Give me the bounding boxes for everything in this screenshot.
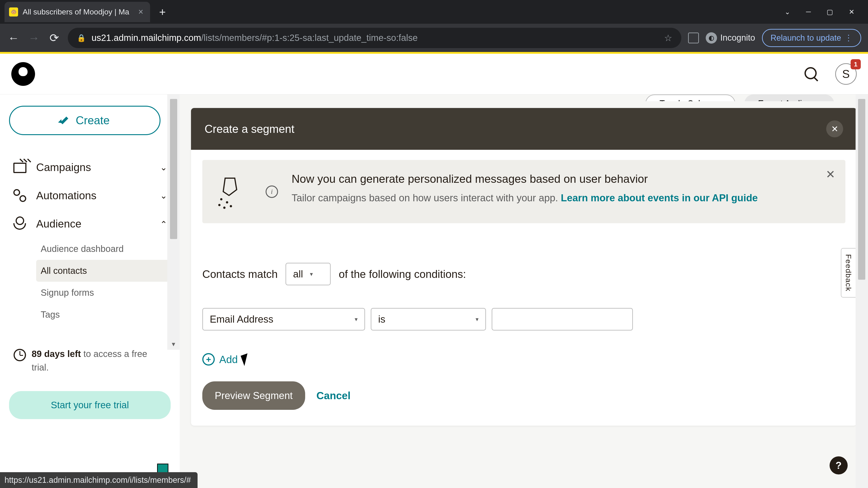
panel-header: Create a segment ✕: [191, 108, 857, 150]
new-tab-button[interactable]: +: [159, 5, 166, 19]
scrollbar-thumb[interactable]: [170, 99, 177, 239]
notification-badge: 1: [850, 59, 861, 69]
url-text: us21.admin.mailchimp.com/lists/members/#…: [92, 33, 658, 43]
nav-campaigns[interactable]: Campaigns ⌄: [7, 153, 173, 182]
main-content: Toggle Columns Export Audience Create a …: [180, 94, 868, 488]
browser-url-bar: ← → ⟳ 🔒 us21.admin.mailchimp.com/lists/m…: [0, 24, 868, 52]
app-header: S 1: [0, 54, 868, 94]
chevron-down-icon: ▾: [355, 316, 358, 323]
info-icon: i: [266, 186, 278, 198]
tab-title: All subscribers of Moodjoy | Ma: [23, 7, 129, 16]
banner-link[interactable]: Learn more about events in our API guide: [561, 192, 758, 203]
plus-circle-icon: +: [202, 353, 215, 365]
bookmark-star-icon[interactable]: ☆: [664, 33, 672, 43]
chevron-down-icon: ▾: [310, 271, 313, 278]
extensions-icon[interactable]: [688, 33, 699, 43]
forward-button: →: [27, 31, 41, 44]
search-icon[interactable]: [804, 66, 819, 82]
dropdown-tabs-icon[interactable]: ⌄: [784, 8, 790, 16]
preview-segment-button[interactable]: Preview Segment: [202, 381, 305, 410]
incognito-icon: ◐: [706, 32, 717, 43]
export-audience-button[interactable]: Export Audience: [744, 94, 834, 101]
toggle-columns-button[interactable]: Toggle Columns: [645, 94, 735, 101]
svg-point-0: [220, 198, 222, 200]
close-banner-icon[interactable]: ✕: [826, 168, 835, 181]
seed-hand-illustration: [214, 172, 252, 211]
condition-field-select[interactable]: Email Address ▾: [202, 308, 365, 330]
nav-audience[interactable]: Audience ⌄: [7, 210, 173, 238]
minimize-icon[interactable]: ─: [806, 8, 811, 16]
help-button[interactable]: ?: [830, 456, 848, 475]
panel-title: Create a segment: [205, 123, 294, 135]
svg-point-3: [230, 205, 232, 207]
condition-value-input[interactable]: [492, 308, 633, 330]
campaigns-icon: [12, 160, 27, 175]
mouse-cursor: [242, 354, 250, 364]
lock-icon[interactable]: 🔒: [77, 34, 86, 42]
cancel-button[interactable]: Cancel: [316, 390, 350, 402]
banner-title: Now you can generate personalized messag…: [291, 172, 758, 186]
clock-icon: [13, 349, 26, 361]
nav-automations[interactable]: Automations ⌄: [7, 182, 173, 210]
close-window-icon[interactable]: ✕: [849, 8, 855, 16]
scroll-down-arrow[interactable]: ▾: [172, 340, 175, 348]
sidebar: ▾ Create Campaigns ⌄ Automations ⌄ Audie…: [0, 94, 180, 488]
audience-icon: [12, 217, 27, 231]
match-row: Contacts match all ▾ of the following co…: [202, 263, 845, 285]
create-button[interactable]: Create: [9, 106, 160, 135]
accent-bar: [0, 52, 868, 54]
banner-body: Tailor campaigns based on how users inte…: [291, 192, 561, 203]
chevron-down-icon: ⌄: [160, 191, 167, 201]
relaunch-button[interactable]: Relaunch to update ⋮: [762, 29, 861, 47]
pencil-icon: [60, 116, 70, 126]
reload-button[interactable]: ⟳: [48, 31, 61, 44]
nav-tags[interactable]: Tags: [36, 304, 173, 326]
chevron-down-icon: ⌄: [160, 162, 167, 172]
condition-row: Email Address ▾ is ▾: [202, 308, 845, 330]
add-condition-link[interactable]: + Add: [202, 353, 845, 365]
content-scrollbar[interactable]: [856, 94, 868, 488]
scrollbar-thumb[interactable]: [858, 99, 865, 280]
automations-icon: [12, 188, 27, 203]
maximize-icon[interactable]: ▢: [827, 8, 833, 16]
back-button[interactable]: ←: [7, 31, 20, 44]
nav-signup-forms[interactable]: Signup forms: [36, 282, 173, 304]
nav-audience-dashboard[interactable]: Audience dashboard: [36, 238, 173, 260]
info-banner: i Now you can generate personalized mess…: [202, 160, 845, 223]
browser-tab-bar: 🐵 All subscribers of Moodjoy | Ma × + ⌄ …: [0, 0, 868, 24]
close-tab-icon[interactable]: ×: [138, 7, 143, 17]
match-type-select[interactable]: all ▾: [285, 263, 331, 285]
start-trial-button[interactable]: Start your free trial: [9, 391, 170, 419]
status-bar: https://us21.admin.mailchimp.com/i/lists…: [0, 472, 197, 488]
close-panel-icon[interactable]: ✕: [826, 121, 843, 137]
chevron-up-icon: ⌄: [160, 219, 167, 229]
url-field[interactable]: 🔒 us21.admin.mailchimp.com/lists/members…: [68, 28, 681, 48]
feedback-tab[interactable]: Feedback: [841, 248, 856, 297]
svg-point-2: [218, 204, 220, 206]
mailchimp-favicon: 🐵: [9, 7, 18, 17]
browser-tab[interactable]: 🐵 All subscribers of Moodjoy | Ma ×: [4, 2, 150, 22]
nav-all-contacts[interactable]: All contacts: [36, 260, 173, 282]
sidebar-scrollbar[interactable]: ▾: [167, 94, 180, 350]
svg-point-4: [223, 206, 225, 209]
condition-operator-select[interactable]: is ▾: [371, 308, 486, 330]
create-segment-panel: Create a segment ✕ i Now you can: [191, 108, 857, 426]
account-avatar[interactable]: S 1: [835, 63, 857, 85]
chevron-down-icon: ▾: [475, 316, 478, 323]
incognito-badge[interactable]: ◐ Incognito: [706, 32, 755, 43]
more-icon: ⋮: [844, 33, 852, 43]
trial-notice: 89 days left to access a free trial.: [7, 339, 173, 382]
window-controls: ⌄ ─ ▢ ✕: [784, 8, 868, 16]
svg-point-1: [226, 201, 228, 203]
mailchimp-logo[interactable]: [11, 62, 35, 86]
